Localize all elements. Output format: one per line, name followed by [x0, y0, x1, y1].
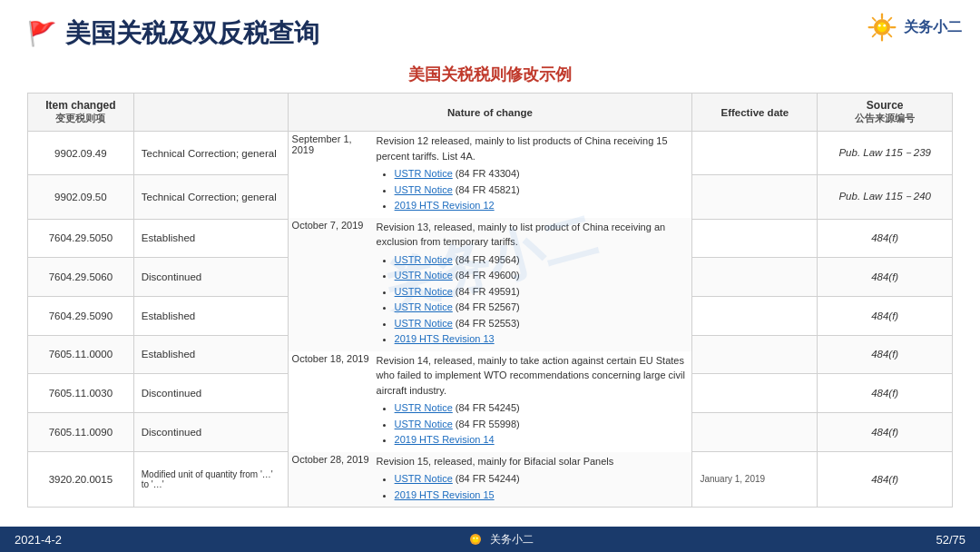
- source-8: 484(f): [818, 412, 953, 451]
- slide-container: 关务小二 🚩 美国关税及双反税查询 美国关税税则修改示例 Item change…: [0, 0, 980, 527]
- link-hts-rev13[interactable]: 2019 HTS Revision 13: [395, 333, 495, 344]
- detail-table: September 1,2019 Revision 12 released, m…: [289, 132, 692, 507]
- effective-date-9: January 1, 2019: [692, 451, 818, 507]
- item-type: Technical Correction; general: [133, 132, 288, 175]
- effective-date-4: [692, 258, 818, 297]
- effective-date-6: [692, 335, 818, 374]
- svg-point-15: [476, 537, 478, 539]
- source-3: 484(f): [818, 219, 953, 258]
- link-hts-rev14[interactable]: 2019 HTS Revision 14: [395, 434, 495, 445]
- effective-date-1: [692, 132, 818, 175]
- source-4: 484(f): [818, 258, 953, 297]
- bottom-logo-icon: [465, 528, 486, 550]
- page-header: 🚩 美国关税及双反税查询: [27, 16, 953, 51]
- col-header-effective: Effective date: [692, 94, 818, 132]
- main-table: Item changed 变更税则项 Nature of change Effe…: [27, 93, 953, 508]
- item-type: Established: [133, 335, 288, 374]
- bottom-logo-text: 关务小二: [490, 532, 534, 547]
- item-code: 7605.11.0000: [28, 335, 134, 374]
- svg-line-8: [888, 18, 891, 21]
- bottom-page: 52/75: [936, 533, 965, 547]
- link-ustr-49600[interactable]: USTR Notice: [395, 270, 453, 281]
- bottom-bar: 2021-4-2 关务小二 52/75: [0, 527, 980, 552]
- svg-point-1: [877, 23, 887, 33]
- detail-row-3: October 18, 2019 Revision 14, released, …: [289, 351, 692, 452]
- logo-text: 关务小二: [904, 18, 962, 37]
- link-ustr-49591[interactable]: USTR Notice: [395, 286, 453, 297]
- item-code: 3920.20.0015: [28, 451, 134, 507]
- item-type: Discontinued: [133, 374, 288, 413]
- item-code: 7604.29.5090: [28, 296, 134, 335]
- detail-row-1: September 1,2019 Revision 12 released, m…: [289, 132, 692, 218]
- section-title: 美国关税税则修改示例: [27, 64, 953, 85]
- page-title: 美国关税及双反税查询: [65, 16, 319, 51]
- item-code: 7605.11.0030: [28, 374, 134, 413]
- item-code: 9902.09.50: [28, 175, 134, 219]
- source-9: 484(f): [818, 451, 953, 507]
- link-hts-rev12[interactable]: 2019 HTS Revision 12: [395, 200, 495, 211]
- link-ustr-45821[interactable]: USTR Notice: [395, 184, 453, 195]
- source-5: 484(f): [818, 296, 953, 335]
- link-ustr-55998[interactable]: USTR Notice: [395, 419, 453, 429]
- link-hts-rev15[interactable]: 2019 HTS Revision 15: [395, 489, 495, 500]
- svg-line-7: [888, 34, 891, 36]
- item-code: 7604.29.5050: [28, 219, 134, 258]
- item-type: Established: [133, 219, 288, 258]
- svg-point-10: [878, 25, 881, 27]
- link-ustr-49564[interactable]: USTR Notice: [395, 254, 453, 265]
- detail-row-2: October 7, 2019 Revision 13, released, m…: [289, 218, 692, 351]
- link-ustr-54245[interactable]: USTR Notice: [395, 402, 453, 413]
- svg-point-11: [883, 25, 886, 27]
- item-code: 7605.11.0090: [28, 412, 134, 451]
- logo-icon: [866, 11, 898, 44]
- item-code: 9902.09.49: [28, 132, 134, 175]
- bottom-logo-area: 关务小二: [465, 528, 534, 550]
- svg-line-6: [873, 18, 876, 21]
- link-ustr-43304[interactable]: USTR Notice: [395, 168, 453, 179]
- link-ustr-52553[interactable]: USTR Notice: [395, 318, 453, 329]
- logo-area: 关务小二: [866, 11, 962, 44]
- svg-point-13: [472, 536, 478, 542]
- effective-date-7: [692, 374, 818, 413]
- effective-date-3: [692, 219, 818, 258]
- nature-detail-cell: September 1,2019 Revision 12 released, m…: [288, 132, 692, 508]
- effective-date-2: [692, 175, 818, 219]
- item-type: Technical Correction; general: [133, 175, 288, 219]
- table-header-row: Item changed 变更税则项 Nature of change Effe…: [28, 94, 953, 132]
- col-header-empty: [133, 94, 288, 132]
- source-6: 484(f): [818, 335, 953, 374]
- item-code: 7604.29.5060: [28, 258, 134, 297]
- source-7: 484(f): [818, 374, 953, 413]
- col-header-source: Source 公告来源编号: [818, 94, 953, 132]
- svg-line-9: [873, 34, 876, 36]
- link-ustr-54244[interactable]: USTR Notice: [395, 473, 453, 484]
- item-type: Discontinued: [133, 258, 288, 297]
- effective-date-8: [692, 412, 818, 451]
- link-ustr-52567[interactable]: USTR Notice: [395, 301, 453, 312]
- detail-row-4: October 28, 2019 Revision 15, released, …: [289, 452, 692, 508]
- table-row: 9902.09.49 Technical Correction; general…: [28, 132, 953, 175]
- source-1: Pub. Law 115－239: [818, 132, 953, 175]
- col-header-nature: Nature of change: [288, 94, 692, 132]
- effective-date-5: [692, 296, 818, 335]
- flag-icon: 🚩: [27, 20, 56, 48]
- svg-point-14: [473, 537, 475, 539]
- item-type: Established: [133, 296, 288, 335]
- source-2: Pub. Law 115－240: [818, 175, 953, 219]
- bottom-date: 2021-4-2: [15, 533, 62, 547]
- col-header-item: Item changed 变更税则项: [28, 94, 134, 132]
- item-type: Discontinued: [133, 412, 288, 451]
- item-type: Modified unit of quantity from '…' to '……: [133, 451, 288, 507]
